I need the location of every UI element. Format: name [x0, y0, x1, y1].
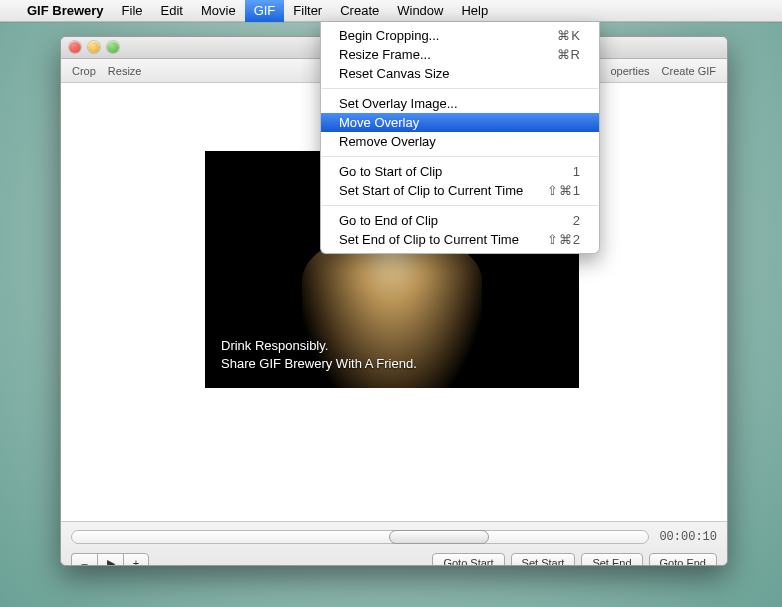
time-display: 00:00:10 [659, 530, 717, 544]
playback-segment: – ▶ + [71, 553, 149, 566]
menu-separator [322, 156, 598, 157]
menubar-item-movie[interactable]: Movie [192, 0, 245, 22]
mi-set-start-clip[interactable]: Set Start of Clip to Current Time⇧⌘1 [321, 181, 599, 200]
mi-goto-start-clip[interactable]: Go to Start of Clip1 [321, 162, 599, 181]
menubar-item-filter[interactable]: Filter [284, 0, 331, 22]
gif-menu-dropdown: Begin Cropping...⌘K Resize Frame...⌘R Re… [320, 22, 600, 254]
menubar-item-help[interactable]: Help [452, 0, 497, 22]
menubar-item-create[interactable]: Create [331, 0, 388, 22]
mi-goto-end-clip[interactable]: Go to End of Clip2 [321, 211, 599, 230]
menu-separator [322, 88, 598, 89]
close-icon[interactable] [69, 41, 81, 53]
menu-separator [322, 205, 598, 206]
mi-move-overlay[interactable]: Move Overlay [321, 113, 599, 132]
menubar-item-window[interactable]: Window [388, 0, 452, 22]
mi-remove-overlay[interactable]: Remove Overlay [321, 132, 599, 151]
set-end-button[interactable]: Set End [581, 553, 642, 566]
menubar-item-file[interactable]: File [113, 0, 152, 22]
toolbar-create-gif[interactable]: Create GIF [657, 65, 721, 77]
menubar-app[interactable]: GIF Brewery [18, 0, 113, 22]
progress-bar[interactable] [71, 530, 649, 544]
traffic-lights [69, 41, 119, 53]
mi-begin-cropping[interactable]: Begin Cropping...⌘K [321, 26, 599, 45]
menubar-item-gif[interactable]: GIF [245, 0, 285, 22]
mi-set-overlay-image[interactable]: Set Overlay Image... [321, 94, 599, 113]
play-button[interactable]: ▶ [97, 553, 123, 566]
step-back-button[interactable]: – [71, 553, 97, 566]
set-start-button[interactable]: Set Start [511, 553, 576, 566]
toolbar-resize[interactable]: Resize [103, 65, 147, 77]
goto-end-button[interactable]: Goto End [649, 553, 717, 566]
menubar: GIF Brewery File Edit Movie GIF Filter C… [0, 0, 782, 22]
progress-thumb[interactable] [389, 530, 489, 544]
controls: 00:00:10 – ▶ + Goto Start Set Start Set … [61, 521, 727, 566]
toolbar-properties[interactable]: operties [605, 65, 654, 77]
mi-resize-frame[interactable]: Resize Frame...⌘R [321, 45, 599, 64]
zoom-icon[interactable] [107, 41, 119, 53]
menubar-item-edit[interactable]: Edit [152, 0, 192, 22]
toolbar-crop[interactable]: Crop [67, 65, 101, 77]
step-forward-button[interactable]: + [123, 553, 149, 566]
video-caption: Drink Responsibly. Share GIF Brewery Wit… [221, 337, 417, 374]
mi-reset-canvas[interactable]: Reset Canvas Size [321, 64, 599, 83]
goto-start-button[interactable]: Goto Start [432, 553, 504, 566]
mi-set-end-clip[interactable]: Set End of Clip to Current Time⇧⌘2 [321, 230, 599, 249]
minimize-icon[interactable] [88, 41, 100, 53]
